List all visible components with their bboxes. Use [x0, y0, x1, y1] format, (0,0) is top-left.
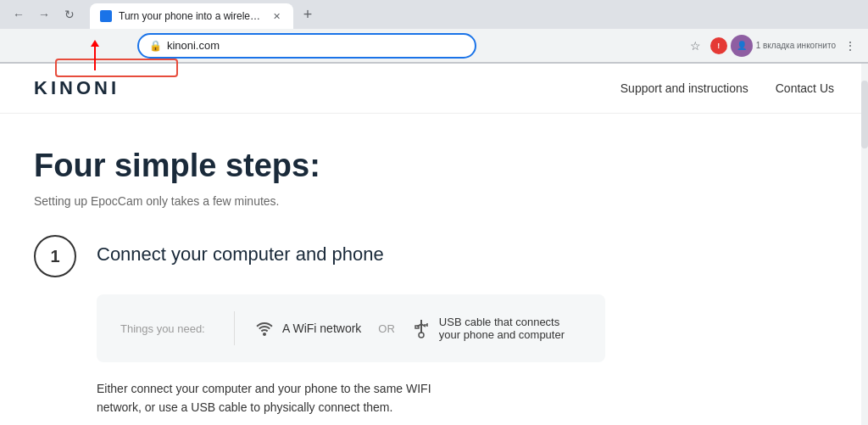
annotation-arrow — [91, 40, 99, 70]
address-bar[interactable]: 🔒 kinoni.com — [137, 33, 476, 59]
scrollbar-thumb[interactable] — [861, 81, 868, 148]
reload-button[interactable]: ↻ — [58, 3, 81, 26]
forward-button[interactable]: → — [32, 3, 56, 26]
browser-tab-active[interactable]: Turn your phone into a wireless... ✕ — [90, 3, 293, 29]
tab-close-button[interactable]: ✕ — [270, 9, 283, 23]
tab-bar: ← → ↻ Turn your phone into a wireless...… — [0, 0, 868, 29]
step1-body-text: Either connect your computer and your ph… — [97, 379, 453, 417]
step1-container: 1 Connect your computer and phone — [34, 235, 729, 277]
extension-badge: ! — [710, 37, 727, 54]
nav-links: Support and instructions Contact Us — [620, 81, 834, 95]
nav-link-support[interactable]: Support and instructions — [620, 81, 748, 95]
url-text: kinoni.com — [167, 39, 465, 52]
website-content: KINONI Support and instructions Contact … — [0, 64, 868, 425]
things-label: Things you need: — [120, 322, 214, 335]
site-logo: KINONI — [34, 77, 120, 99]
extension-icon: ! — [717, 42, 720, 50]
usb-icon — [412, 318, 431, 338]
main-content: Four simple steps: Setting up EpocCam on… — [0, 114, 763, 417]
usb-label: USB cable that connects your phone and c… — [439, 316, 575, 341]
browser-actions: ☆ ! 👤 1 вкладка инкогнито ⋮ — [685, 35, 861, 57]
wifi-icon — [255, 321, 274, 336]
things-you-need-box: Things you need: A WiFi network OR — [97, 294, 605, 362]
new-tab-button[interactable]: + — [297, 3, 319, 25]
usb-item: USB cable that connects your phone and c… — [412, 316, 575, 341]
wifi-item: A WiFi network — [255, 321, 361, 336]
step1-number: 1 — [34, 235, 76, 277]
profile-button[interactable]: 👤 — [731, 35, 753, 57]
tab-title: Turn your phone into a wireless... — [119, 10, 263, 22]
step1-title: Connect your computer and phone — [97, 235, 384, 266]
bookmark-button[interactable]: ☆ — [685, 35, 707, 57]
scrollbar[interactable] — [861, 64, 868, 425]
arrow-head — [91, 40, 99, 47]
nav-link-contact[interactable]: Contact Us — [776, 81, 834, 95]
site-nav: KINONI Support and instructions Contact … — [0, 64, 868, 114]
or-label: OR — [378, 322, 395, 335]
lock-icon: 🔒 — [149, 40, 162, 52]
hero-subtitle: Setting up EpocCam only takes a few minu… — [34, 194, 729, 208]
browser-chrome: ← → ↻ Turn your phone into a wireless...… — [0, 0, 868, 64]
incognito-label: 1 вкладка инкогнито — [756, 41, 836, 50]
divider-1 — [234, 311, 235, 345]
back-button[interactable]: ← — [7, 3, 31, 26]
menu-button[interactable]: ⋮ — [839, 35, 861, 57]
wifi-label: A WiFi network — [282, 322, 361, 335]
svg-rect-4 — [415, 326, 419, 328]
arrow-shaft — [94, 47, 96, 70]
address-bar-row: ⌂ 🔒 kinoni.com ☆ ! 👤 1 вкладка инкогнито… — [0, 29, 868, 63]
tab-favicon — [100, 10, 112, 22]
hero-title: Four simple steps: — [34, 148, 729, 184]
profile-icon: 👤 — [737, 41, 747, 50]
